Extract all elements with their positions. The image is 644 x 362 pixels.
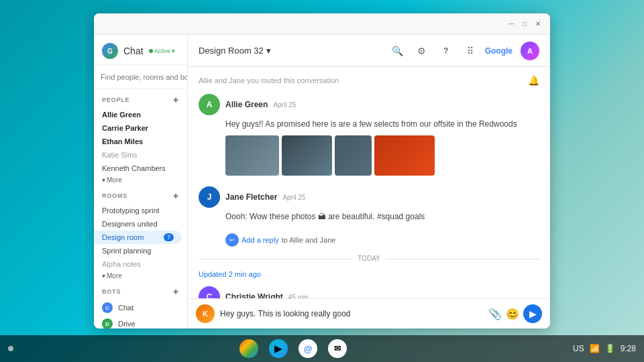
sidebar-item-ethan-miles[interactable]: Ethan Miles — [94, 135, 182, 148]
chat-bot-icon: C — [102, 302, 113, 313]
status-badge: Active ▾ — [149, 48, 176, 54]
play-store-icon[interactable]: ▶ — [269, 339, 288, 358]
google-logo: Google — [485, 46, 513, 56]
network-icon: 📶 — [590, 344, 600, 353]
status-dot — [149, 49, 153, 53]
photo-4[interactable] — [374, 135, 435, 176]
day-divider: TODAY — [199, 255, 539, 262]
sidebar-item-kenneth-chambers[interactable]: Kenneth Chambers — [94, 162, 182, 175]
message-time: April 25 — [282, 194, 305, 201]
user-avatar[interactable]: A — [521, 42, 539, 60]
reply-to: to Allie and Jane — [282, 236, 336, 244]
main-content: G Chat Active ▾ 🔍 PEOPLE + Allie G — [94, 35, 550, 328]
search-input[interactable] — [101, 73, 188, 81]
add-bot-button[interactable]: + — [173, 286, 179, 297]
room-title[interactable]: Design Room 32 ▾ — [199, 46, 271, 56]
mute-icon[interactable]: 🔔 — [528, 75, 539, 86]
rooms-more-link[interactable]: ▾ More — [94, 271, 187, 281]
add-reply-button[interactable]: ↩ Add a reply to Allie and Jane — [225, 233, 539, 247]
taskbar-left — [8, 346, 13, 351]
search-bar: 🔍 — [94, 65, 187, 89]
sidebar-item-drive-bot[interactable]: D Drive — [94, 316, 187, 328]
people-section-label: PEOPLE + — [94, 89, 187, 108]
chrome-icon[interactable] — [239, 339, 258, 358]
photo-2[interactable] — [282, 135, 332, 176]
reply-avatar: ↩ — [225, 233, 239, 247]
rooms-section-label: ROOMS + — [94, 185, 187, 204]
message-group-christie: C Christie Wright 45 min Hey y'all, want… — [199, 286, 539, 298]
clock: 9:28 — [621, 344, 636, 353]
chevron-down-icon: ▾ — [102, 272, 105, 280]
input-area: K 📎 😊 ▶ — [188, 298, 550, 328]
apps-button[interactable]: ⠿ — [461, 42, 480, 60]
photo-strip — [225, 135, 539, 176]
sender-name: Christie Wright — [225, 292, 283, 298]
message-header: A Allie Green April 25 — [199, 94, 539, 115]
sidebar-item-allie-green[interactable]: Allie Green — [94, 108, 182, 121]
taskbar-right: US 📶 🔋 9:28 — [573, 344, 636, 353]
avatar-allie: A — [199, 94, 220, 115]
people-more-link[interactable]: ▾ More — [94, 175, 187, 185]
send-button[interactable]: ▶ — [523, 304, 542, 323]
day-label: TODAY — [352, 255, 386, 262]
launcher-button[interactable] — [8, 346, 13, 351]
maximize-button[interactable]: □ — [518, 17, 531, 31]
app-title: Chat — [123, 46, 144, 56]
chat-window: ─ □ ✕ G Chat Active ▾ 🔍 — [94, 13, 550, 328]
sidebar-item-design-room[interactable]: Design room 7 — [94, 231, 182, 244]
muted-text: Allie and Jane you muted this conversati… — [199, 76, 339, 84]
emoji-icon[interactable]: 😊 — [506, 308, 519, 320]
chevron-down-icon: ▾ — [172, 48, 175, 54]
chevron-down-icon: ▾ — [266, 46, 271, 56]
sidebar-item-katie-sims[interactable]: Katie Sims — [94, 148, 182, 162]
message-header: J Jane Fletcher April 25 — [199, 186, 539, 208]
add-person-button[interactable]: + — [173, 95, 179, 105]
message-group-jane: J Jane Fletcher April 25 Oooh: Wow these… — [199, 186, 539, 223]
input-icons: 📎 😊 ▶ — [488, 304, 542, 323]
window-chrome: ─ □ ✕ — [94, 13, 550, 35]
photo-3[interactable] — [335, 135, 372, 176]
chat-area: Design Room 32 ▾ 🔍 ⚙ ? ⠿ Google A Allie … — [188, 35, 550, 328]
message-header: C Christie Wright 45 min — [199, 286, 539, 298]
message-group-allie: A Allie Green April 25 Hey guys!! As pro… — [199, 94, 539, 176]
attach-icon[interactable]: 📎 — [488, 308, 502, 320]
header-icons: 🔍 ⚙ ? ⠿ Google A — [388, 42, 539, 60]
message-time: 45 min — [288, 294, 309, 299]
messages-container: Allie and Jane you muted this conversati… — [188, 67, 550, 298]
taskbar-center: ▶ @ ✉ — [239, 339, 347, 358]
sidebar-item-chat-bot[interactable]: C Chat — [94, 300, 187, 316]
sidebar-item-sprint-planning[interactable]: Sprint planning — [94, 244, 182, 257]
battery-icon: 🔋 — [605, 344, 615, 353]
gmail-icon[interactable]: ✉ — [328, 339, 347, 358]
sidebar: G Chat Active ▾ 🔍 PEOPLE + Allie G — [94, 35, 188, 328]
message-time: April 25 — [273, 101, 296, 109]
sender-name: Allie Green — [225, 100, 268, 109]
sidebar-header: G Chat Active ▾ — [94, 35, 187, 65]
minimize-button[interactable]: ─ — [504, 17, 518, 31]
add-room-button[interactable]: + — [173, 190, 179, 201]
settings-button[interactable]: ⚙ — [413, 42, 431, 60]
message-input[interactable] — [220, 309, 483, 318]
sidebar-item-prototyping-sprint[interactable]: Prototyping sprint — [94, 204, 182, 217]
sender-name: Jane Fletcher — [225, 192, 277, 202]
region-label: US — [573, 344, 584, 353]
sidebar-item-designers-united[interactable]: Designers united — [94, 217, 182, 231]
taskbar: ▶ @ ✉ US 📶 🔋 9:28 — [0, 335, 644, 362]
search-button[interactable]: 🔍 — [388, 42, 407, 60]
reply-label: Add a reply — [241, 236, 279, 244]
avatar-christie: C — [199, 286, 220, 298]
drive-bot-icon: D — [102, 318, 113, 328]
sidebar-item-alpha-notes[interactable]: Alpha notes — [94, 257, 182, 271]
sidebar-item-carrie-parker[interactable]: Carrie Parker — [94, 121, 182, 135]
room-name: Design Room 32 — [199, 46, 264, 56]
message-text: Oooh: Wow these photos 🏔 are beautiful. … — [225, 210, 539, 223]
gmail-at-icon[interactable]: @ — [299, 339, 317, 358]
chevron-down-icon: ▾ — [102, 176, 105, 184]
help-button[interactable]: ? — [437, 42, 455, 60]
close-button[interactable]: ✕ — [531, 17, 545, 31]
app-logo-letter: G — [107, 48, 113, 55]
photo-1[interactable] — [225, 135, 279, 176]
updated-label: Updated 2 min ago — [199, 270, 539, 278]
input-avatar: K — [196, 304, 215, 323]
message-text: Hey guys!! As promised here is are a few… — [225, 118, 539, 130]
